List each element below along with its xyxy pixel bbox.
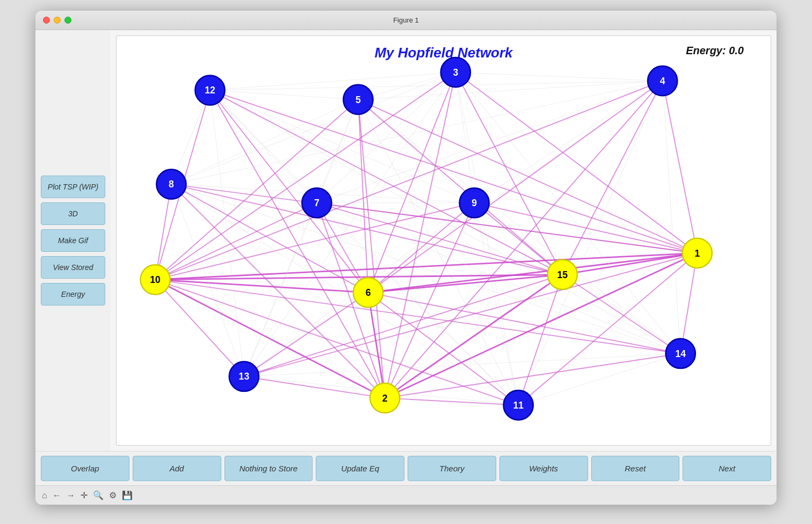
edge-4-10 — [155, 81, 663, 280]
edge-12-13 — [210, 90, 244, 376]
edge-5-15 — [358, 99, 562, 274]
edge-11-15 — [518, 274, 562, 405]
add-button[interactable]: Add — [133, 456, 221, 481]
edge-8-11 — [171, 184, 518, 405]
edge-7-12 — [210, 90, 317, 203]
node-3[interactable]: 3 — [441, 57, 470, 87]
node-12[interactable]: 12 — [195, 75, 224, 105]
node-label-7: 7 — [314, 198, 320, 208]
node-9[interactable]: 9 — [460, 188, 489, 217]
node-label-10: 10 — [150, 274, 161, 285]
node-label-9: 9 — [472, 198, 477, 208]
energy-button[interactable]: Energy — [41, 283, 105, 305]
maximize-button[interactable] — [64, 17, 71, 24]
edge-2-11 — [385, 398, 519, 405]
weights-button[interactable]: Weights — [499, 456, 588, 481]
edge-9-12 — [210, 90, 474, 203]
node-14[interactable]: 14 — [666, 339, 695, 368]
plot-tsp-button[interactable]: Plot TSP (WIP) — [41, 176, 105, 198]
edge-8-13 — [171, 184, 244, 376]
edge-5-8 — [171, 99, 358, 184]
edge-2-15 — [385, 274, 563, 398]
node-label-5: 5 — [356, 94, 361, 105]
edge-1-4 — [663, 81, 698, 253]
node-7[interactable]: 7 — [302, 188, 331, 217]
statusbar: ⌂ ← → ✛ 🔍 ⚙ 💾 — [35, 485, 777, 505]
theory-button[interactable]: Theory — [408, 456, 496, 481]
node-label-11: 11 — [513, 400, 524, 411]
window-controls — [43, 17, 71, 24]
node-label-12: 12 — [205, 85, 215, 96]
save-icon[interactable]: 💾 — [122, 490, 133, 500]
search-icon[interactable]: 🔍 — [93, 490, 104, 500]
main-window: Figure 1 Plot TSP (WIP)3DMake GifView St… — [35, 11, 777, 505]
node-label-4: 4 — [660, 76, 665, 86]
minimize-button[interactable] — [54, 17, 61, 24]
node-label-2: 2 — [382, 393, 388, 404]
node-label-6: 6 — [366, 287, 371, 298]
edge-13-14 — [244, 353, 680, 376]
close-button[interactable] — [43, 17, 50, 24]
energy-label: Energy: 0.0 — [686, 45, 744, 57]
node-15[interactable]: 15 — [548, 260, 577, 289]
settings-icon[interactable]: ⚙ — [109, 490, 117, 500]
node-1[interactable]: 1 — [683, 238, 712, 268]
network-graph: 123456789101112131415 — [117, 36, 771, 445]
edge-10-13 — [155, 280, 244, 376]
node-label-15: 15 — [557, 270, 568, 280]
edge-7-8 — [171, 184, 317, 203]
node-5[interactable]: 5 — [343, 85, 373, 114]
forward-icon[interactable]: → — [67, 491, 75, 500]
edge-3-4 — [455, 72, 662, 81]
main-area: Plot TSP (WIP)3DMake GifView StoredEnerg… — [35, 30, 777, 451]
node-2[interactable]: 2 — [370, 383, 400, 413]
window-title: Figure 1 — [393, 16, 419, 24]
graph-title: My Hopfield Network — [374, 45, 512, 61]
make-gif-button[interactable]: Make Gif — [41, 229, 105, 252]
edge-11-14 — [518, 353, 680, 405]
3d-button[interactable]: 3D — [41, 202, 105, 225]
bottom-toolbar: OverlapAddNothing to StoreUpdate EqTheor… — [35, 451, 777, 485]
nothing-to-store-button[interactable]: Nothing to Store — [224, 456, 313, 481]
node-11[interactable]: 11 — [504, 390, 533, 420]
node-label-8: 8 — [169, 179, 174, 190]
edge-12-14 — [210, 90, 680, 353]
node-label-1: 1 — [694, 248, 700, 259]
node-label-13: 13 — [239, 372, 250, 382]
sidebar: Plot TSP (WIP)3DMake GifView StoredEnerg… — [35, 30, 111, 451]
node-4[interactable]: 4 — [648, 66, 677, 96]
edge-4-9 — [474, 81, 662, 203]
node-6[interactable]: 6 — [353, 278, 383, 307]
edge-7-15 — [317, 203, 562, 275]
content-area: Plot TSP (WIP)3DMake GifView StoredEnerg… — [35, 30, 777, 485]
reset-button[interactable]: Reset — [591, 456, 680, 481]
edge-4-12 — [210, 81, 663, 90]
view-stored-button[interactable]: View Stored — [41, 256, 105, 279]
edge-3-6 — [368, 72, 456, 293]
node-label-14: 14 — [675, 348, 686, 359]
update-eq-button[interactable]: Update Eq — [316, 456, 404, 481]
edge-2-14 — [385, 353, 681, 398]
edge-3-15 — [455, 72, 562, 275]
title-bar: Figure 1 — [35, 11, 777, 30]
edge-7-10 — [155, 203, 317, 280]
edge-2-3 — [385, 72, 456, 398]
node-13[interactable]: 13 — [229, 362, 259, 391]
node-8[interactable]: 8 — [156, 169, 186, 199]
graph-container: My Hopfield Network Energy: 0.0 12345678… — [116, 35, 771, 446]
next-button[interactable]: Next — [683, 456, 771, 481]
home-icon[interactable]: ⌂ — [42, 491, 47, 500]
edge-4-14 — [663, 81, 681, 354]
overlap-button[interactable]: Overlap — [41, 456, 129, 481]
edge-2-4 — [385, 81, 663, 398]
node-label-3: 3 — [453, 67, 458, 78]
back-icon[interactable]: ← — [53, 491, 61, 500]
move-icon[interactable]: ✛ — [81, 490, 88, 500]
node-10[interactable]: 10 — [140, 265, 170, 294]
